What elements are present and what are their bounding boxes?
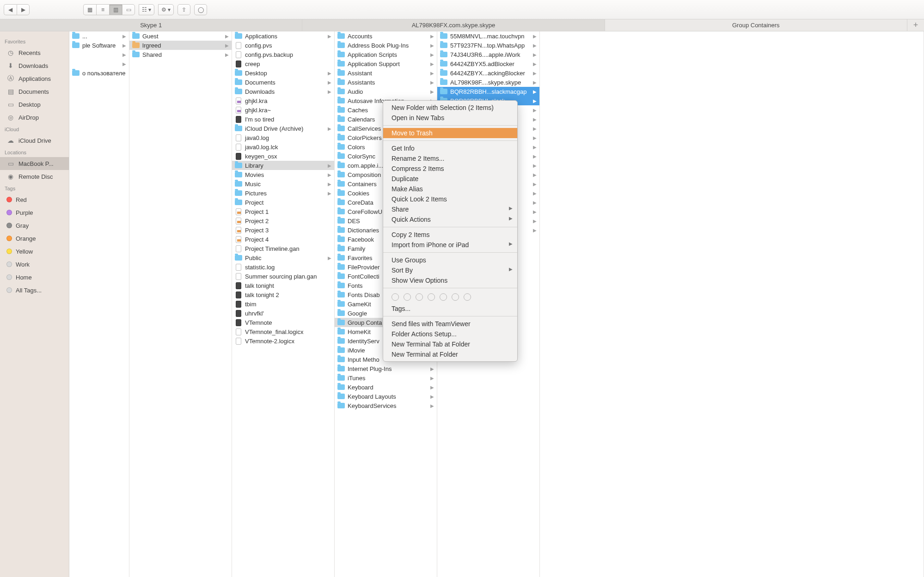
file-row[interactable]: ghjkl.kra~	[232, 105, 334, 115]
file-row[interactable]: ple Software▶	[69, 41, 129, 50]
file-row[interactable]: Project 4	[232, 235, 334, 244]
forward-button[interactable]: ▶	[17, 4, 30, 15]
menu-item[interactable]: Tags...	[383, 304, 517, 314]
path-segment-2[interactable]: AL798K98FX.com.skype.skype	[302, 19, 605, 31]
menu-item[interactable]: Quick Look 2 Items	[383, 194, 517, 204]
file-row[interactable]: KeyboardServices▶	[335, 401, 437, 410]
file-row[interactable]: Project 3	[232, 225, 334, 235]
file-row[interactable]: java0.log	[232, 133, 334, 142]
file-row[interactable]: config.pvs.backup	[232, 50, 334, 59]
file-row[interactable]: uhrvfkl'	[232, 309, 334, 318]
file-row[interactable]: 55M8MNVL...mac.touchvpn▶	[437, 31, 539, 41]
file-row[interactable]: Internet Plug-Ins▶	[335, 364, 437, 373]
sidebar-item[interactable]: ▤Documents	[0, 85, 69, 98]
file-row[interactable]: 74J34U3R6....apple.iWork▶	[437, 50, 539, 59]
tag-button[interactable]: ◯	[194, 4, 207, 15]
file-row[interactable]: Project 2	[232, 216, 334, 225]
sidebar-item[interactable]: Home	[0, 271, 69, 284]
tag-circle-icon[interactable]	[452, 293, 459, 301]
sidebar-item[interactable]: ▭Desktop	[0, 98, 69, 111]
menu-item[interactable]: Share	[383, 204, 517, 214]
tag-circle-icon[interactable]	[404, 293, 411, 301]
menu-item[interactable]: Import from iPhone or iPad	[383, 240, 517, 250]
file-row[interactable]: Summer sourcing plan.gan	[232, 272, 334, 281]
file-row[interactable]: Accounts▶	[335, 31, 437, 41]
sidebar-item[interactable]: ☁iCloud Drive	[0, 134, 69, 147]
menu-item[interactable]: Show View Options	[383, 275, 517, 285]
file-row[interactable]: Applications▶	[232, 31, 334, 41]
menu-item[interactable]: Open in New Tabs	[383, 113, 517, 123]
file-row[interactable]: Assistant▶	[335, 68, 437, 78]
file-row[interactable]: VTemnote_final.logicx	[232, 327, 334, 336]
file-row[interactable]: Library▶	[232, 161, 334, 170]
file-row[interactable]: ...▶	[69, 31, 129, 41]
file-row[interactable]: Assistants▶	[335, 78, 437, 87]
file-row[interactable]: ghjkl.kra	[232, 96, 334, 105]
file-row[interactable]: 57T9237FN...top.WhatsApp▶	[437, 41, 539, 50]
sidebar-item[interactable]: Orange	[0, 232, 69, 245]
file-row[interactable]: java0.log.lck	[232, 142, 334, 152]
file-row[interactable]: VTemnote	[232, 318, 334, 327]
file-row[interactable]: Keyboard Layouts▶	[335, 392, 437, 401]
gallery-view-button[interactable]: ▭	[122, 4, 135, 15]
sidebar-item[interactable]: ◉Remote Disc	[0, 170, 69, 183]
menu-item[interactable]: Rename 2 Items...	[383, 153, 517, 164]
file-row[interactable]: Public▶	[232, 253, 334, 262]
sidebar-item[interactable]: Gray	[0, 219, 69, 232]
file-row[interactable]: Audio▶	[335, 87, 437, 96]
file-row[interactable]: AL798K98F....skype.skype▶	[437, 78, 539, 87]
sidebar-item[interactable]: ⒶApplications	[0, 72, 69, 85]
arrange-button[interactable]: ☷ ▾	[139, 4, 154, 15]
add-tab-button[interactable]: +	[907, 19, 924, 31]
sidebar-item[interactable]: Purple	[0, 206, 69, 219]
file-row[interactable]: Project	[232, 198, 334, 207]
tag-circle-icon[interactable]	[464, 293, 471, 301]
file-row[interactable]: statistic.log	[232, 262, 334, 272]
file-row[interactable]: Downloads▶	[232, 87, 334, 96]
menu-item[interactable]: Folder Actions Setup...	[383, 329, 517, 339]
column-view-button[interactable]: ▥	[109, 4, 122, 15]
menu-item[interactable]: Move to Trash	[383, 128, 517, 138]
sidebar-item[interactable]: ◎AirDrop	[0, 111, 69, 124]
sidebar-item[interactable]: ⬇Downloads	[0, 59, 69, 72]
menu-item[interactable]: Compress 2 Items	[383, 164, 517, 174]
file-row[interactable]: config.pvs	[232, 41, 334, 50]
sidebar-item[interactable]: ▭MacBook P...	[0, 157, 69, 170]
file-row[interactable]: Desktop▶	[232, 68, 334, 78]
file-row[interactable]: BQR82RBBH...slackmacgap▶	[437, 87, 539, 96]
file-row[interactable]: Movies▶	[232, 170, 334, 179]
file-row[interactable]: tbim	[232, 299, 334, 309]
menu-item[interactable]: Send files with TeamViewer	[383, 319, 517, 329]
menu-item[interactable]: Use Groups	[383, 255, 517, 265]
tag-circle-icon[interactable]	[428, 293, 435, 301]
file-row[interactable]: ▶	[69, 59, 129, 68]
share-button[interactable]: ⇪	[177, 4, 190, 15]
menu-item[interactable]: Duplicate	[383, 174, 517, 184]
file-row[interactable]: lrgreed▶	[129, 41, 232, 50]
file-row[interactable]: Pictures▶	[232, 188, 334, 198]
menu-item[interactable]: Make Alias	[383, 184, 517, 194]
sidebar-item[interactable]: ◷Recents	[0, 46, 69, 59]
back-button[interactable]: ◀	[4, 4, 17, 15]
file-row[interactable]: ▶	[69, 50, 129, 59]
menu-item[interactable]: Sort By	[383, 265, 517, 275]
tag-circle-icon[interactable]	[416, 293, 423, 301]
tag-circle-icon[interactable]	[392, 293, 399, 301]
sidebar-item[interactable]: Work	[0, 258, 69, 271]
path-segment-1[interactable]: Skype 1	[0, 19, 302, 31]
file-row[interactable]: Application Scripts▶	[335, 50, 437, 59]
file-row[interactable]: о пользователе	[69, 68, 129, 78]
tag-circle-icon[interactable]	[440, 293, 447, 301]
action-gear-button[interactable]: ⚙ ▾	[158, 4, 174, 15]
sidebar-item[interactable]: Red	[0, 193, 69, 206]
list-view-button[interactable]: ≡	[96, 4, 109, 15]
file-row[interactable]: creep	[232, 59, 334, 68]
file-row[interactable]: Music▶	[232, 179, 334, 188]
sidebar-item[interactable]: All Tags...	[0, 284, 69, 297]
file-row[interactable]: Documents▶	[232, 78, 334, 87]
file-row[interactable]: 64424ZBYX5.adBlocker▶	[437, 59, 539, 68]
menu-item[interactable]: Get Info	[383, 143, 517, 153]
file-row[interactable]: Keyboard▶	[335, 383, 437, 392]
file-row[interactable]: talk tonight 2	[232, 290, 334, 299]
file-row[interactable]: 64424ZBYX...ackingBlocker▶	[437, 68, 539, 78]
